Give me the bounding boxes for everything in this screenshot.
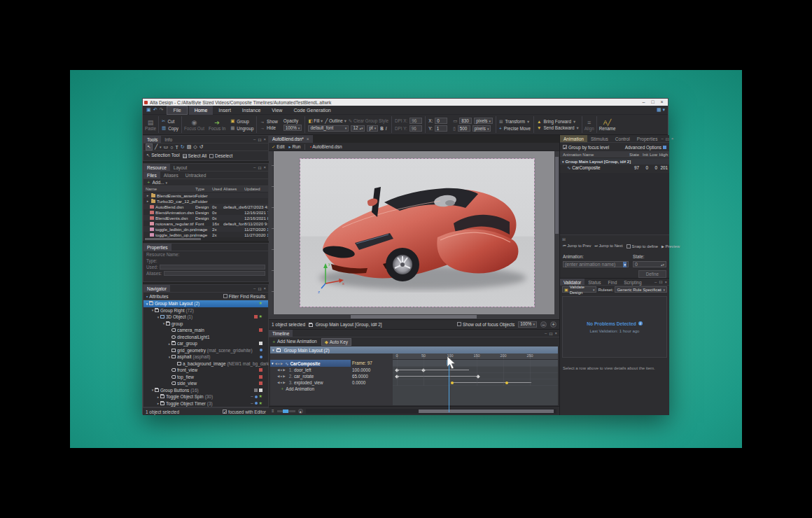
minimize-button[interactable]: – bbox=[639, 99, 648, 106]
table-row[interactable]: notosans_regular.ttfFont16xdefault_font8… bbox=[144, 220, 268, 226]
copy-button[interactable]: ▥Copy bbox=[162, 125, 178, 131]
rect-tool-icon[interactable]: ▭ bbox=[164, 144, 169, 150]
rotate-tool-icon[interactable]: ↻ bbox=[181, 144, 185, 150]
last-validation-text[interactable]: Last Validation: 1 hour ago bbox=[590, 329, 640, 333]
transform-button[interactable]: ⊞Transform▾ bbox=[499, 119, 531, 125]
height-value[interactable]: 500 bbox=[458, 125, 470, 132]
text-tool-icon[interactable]: T bbox=[175, 145, 178, 150]
panel-minimize-icon[interactable]: – bbox=[253, 286, 255, 290]
track-row-exploded-view[interactable]: ◀●▶3.exploded_view bbox=[270, 379, 351, 386]
bring-forward-button[interactable]: ▲Bring Forward▾ bbox=[537, 119, 579, 124]
focus-in-button[interactable]: ➔ Focus In bbox=[206, 115, 227, 134]
panel-close-icon[interactable]: × bbox=[554, 331, 557, 335]
viewport-horizontal-scrollbar[interactable] bbox=[269, 314, 559, 319]
tab-untracked[interactable]: Untracked bbox=[182, 172, 210, 178]
ellipse-tool-icon[interactable]: ○ bbox=[170, 145, 173, 150]
panel-minimize-icon[interactable]: – bbox=[253, 137, 255, 141]
tab-timeline[interactable]: Timeline bbox=[269, 330, 293, 337]
outline-button[interactable]: ╱ Outline ▾ bbox=[325, 118, 346, 124]
aliases-field[interactable] bbox=[164, 271, 265, 276]
keyframe-marker[interactable] bbox=[451, 382, 454, 384]
add-new-animation-button[interactable]: ＋ Add New Animation bbox=[272, 339, 317, 345]
validate-design-select[interactable]: ▣Validate Design▾ bbox=[562, 286, 596, 293]
send-backward-button[interactable]: ▼Send Backward▾ bbox=[537, 125, 579, 130]
panel-minimize-icon[interactable]: – bbox=[661, 136, 663, 141]
tab-properties[interactable]: Properties bbox=[144, 244, 172, 251]
hide-button[interactable]: →Hide bbox=[260, 125, 277, 130]
menu-tab-file[interactable]: File bbox=[167, 106, 187, 115]
keyframe-marker[interactable] bbox=[505, 382, 508, 384]
timeline-scrollbar[interactable] bbox=[306, 409, 556, 414]
panel-minimize-icon[interactable]: – bbox=[654, 280, 657, 284]
breadcrumb[interactable]: ▪ AutoBlend.dsn bbox=[309, 144, 342, 149]
attributes-button[interactable]: Attributes bbox=[149, 294, 168, 299]
track-value[interactable]: 0.0000 bbox=[351, 379, 393, 386]
font-select[interactable]: default_font▾ bbox=[308, 125, 349, 132]
tree-row-group[interactable]: ▾group bbox=[144, 321, 268, 328]
width-unit-select[interactable]: pixels▾ bbox=[474, 118, 493, 124]
tree-row-camera-main[interactable]: camera_main bbox=[144, 327, 268, 334]
line-tool-icon[interactable]: ╱ bbox=[155, 144, 158, 150]
dpi-x-value[interactable]: 96 bbox=[410, 118, 422, 124]
tree-row-group-right[interactable]: ▾Group Right(72) bbox=[144, 307, 268, 314]
design-canvas[interactable]: y x z bbox=[300, 159, 534, 307]
document-tab[interactable]: AutoBlend.dsn* × bbox=[269, 135, 313, 143]
tree-row-front-view[interactable]: front_view bbox=[144, 367, 268, 374]
jump-to-next-button[interactable]: ⏭ Jump to Next bbox=[594, 244, 622, 248]
ungroup-button[interactable]: ▦Ungroup bbox=[230, 125, 253, 131]
panel-close-icon[interactable]: × bbox=[671, 136, 674, 141]
panel-close-icon[interactable]: × bbox=[664, 280, 667, 284]
animation-row-carcomposite[interactable]: ∿CarComposite 97 0 0 201 bbox=[560, 164, 669, 171]
zoom-out-button[interactable]: – bbox=[540, 321, 547, 328]
close-button[interactable]: × bbox=[657, 99, 666, 106]
menu-tab-home[interactable]: Home bbox=[189, 106, 214, 115]
table-row[interactable]: AutoBlend.dsnDesign0xdefault_dsn6/27/202… bbox=[144, 204, 268, 209]
tab-layout[interactable]: Layout bbox=[170, 164, 191, 171]
title-bar[interactable]: Alta Design - C:/Alta/Byte Sized Videos/… bbox=[143, 99, 668, 106]
selection-tool-button[interactable]: ↖ Selection Tool bbox=[146, 153, 180, 158]
bold-button[interactable]: B bbox=[380, 126, 384, 131]
tree-row-toggle-object-timer[interactable]: ▸Toggle Object Timer(3)–★ bbox=[144, 400, 268, 407]
tab-scripting[interactable]: Scripting bbox=[620, 279, 645, 285]
design-viewport[interactable]: y x z bbox=[269, 151, 559, 314]
clear-group-style-button[interactable]: ✎ Clear Group Style bbox=[349, 118, 388, 124]
define-button[interactable]: Define bbox=[638, 270, 666, 278]
tree-row-asphalt[interactable]: ▾asphalt(asphalt) bbox=[144, 354, 268, 360]
animation-group-row[interactable]: ▾Group Main Layout [Group, id# 2] bbox=[560, 158, 669, 164]
track-value[interactable]: 65.0000 bbox=[351, 373, 393, 379]
table-row[interactable]: toggle_ledbtn_up.pngImage2x11/27/2020 1:… bbox=[144, 232, 268, 237]
horizontal-scrollbar[interactable] bbox=[144, 237, 268, 241]
select-tool-icon[interactable]: ↖ bbox=[146, 144, 153, 150]
zoom-select[interactable]: 100%▾ bbox=[518, 321, 537, 328]
fill-button[interactable]: ◧ Fill ▾ bbox=[308, 118, 323, 124]
ruleset-select[interactable]: Generic Rule Specificati▾ bbox=[615, 286, 667, 293]
snap-to-define-checkbox[interactable]: Snap to define bbox=[626, 244, 658, 248]
menu-tab-code-generation[interactable]: Code Generation bbox=[288, 106, 336, 115]
table-row[interactable]: BlendAnimation.dsnDesign0x12/16/2021 7:4… bbox=[144, 209, 268, 215]
filter-find-checkbox[interactable]: Filter Find Results bbox=[223, 294, 265, 299]
animation-name-input[interactable]: (enter animation name)▾ bbox=[563, 261, 629, 267]
table-row[interactable]: ▸Turbo3D_car_12_post_...Folder bbox=[144, 198, 268, 204]
focused-with-editor-checkbox[interactable]: ✓focused with Editor bbox=[223, 410, 266, 414]
deselect-checkbox[interactable]: Deselect bbox=[209, 153, 232, 158]
timeline-options-icon[interactable]: ≡ bbox=[272, 409, 274, 413]
tree-row-group-main-layout[interactable]: ▾Group Main Layout(2)★ bbox=[144, 300, 268, 307]
jump-to-prev-button[interactable]: ⏮ Jump to Prev bbox=[563, 244, 591, 248]
resource-table-header[interactable]: NameType UsedAliases Updated bbox=[144, 186, 268, 192]
tree-row-group-buttons[interactable]: ▾Group Buttons(16) bbox=[144, 387, 268, 394]
info-icon[interactable]: i bbox=[638, 321, 643, 326]
dpi-y-value[interactable]: 96 bbox=[410, 125, 422, 132]
x-value[interactable]: 0 bbox=[435, 118, 447, 124]
panel-float-icon[interactable]: ⊡ bbox=[258, 137, 261, 142]
track-value[interactable]: 100.0000 bbox=[351, 367, 393, 373]
panel-float-icon[interactable]: ⊡ bbox=[258, 165, 261, 170]
animation-list-options-icon[interactable]: ⊞ bbox=[562, 237, 566, 241]
composite-row[interactable]: ▾◀●▶∿CarComposite bbox=[270, 360, 351, 367]
tree-row-top-view[interactable]: top_fiew bbox=[144, 374, 268, 381]
track-row-car-rotate[interactable]: ◀●▶2.car_rotate bbox=[270, 373, 351, 379]
tree-row-grid-geometry[interactable]: grid_geometry(mat_scene_gridwhite) bbox=[144, 347, 268, 354]
timeline-group-header[interactable]: ▾ Group Main Layout (2) bbox=[270, 346, 558, 354]
tab-find[interactable]: Find bbox=[605, 279, 621, 285]
auto-key-button[interactable]: ◆ Auto Key bbox=[321, 338, 351, 346]
tab-close-icon[interactable]: × bbox=[307, 135, 309, 143]
